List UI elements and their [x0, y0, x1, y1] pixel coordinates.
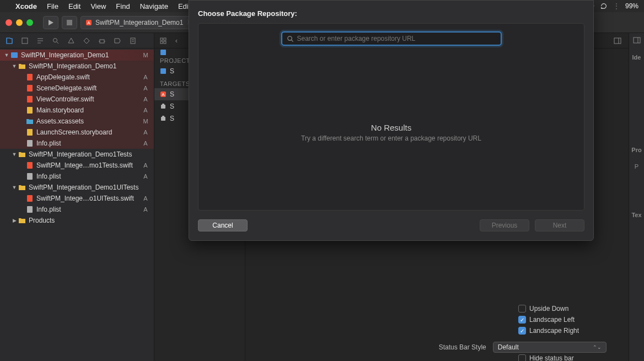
no-results-subtitle: Try a different search term or enter a p…: [206, 134, 576, 142]
svg-point-8: [53, 38, 57, 42]
battery-percent: 99%: [625, 2, 638, 10]
issue-navigator-tab[interactable]: [66, 36, 76, 46]
find-navigator-tab[interactable]: [51, 36, 61, 46]
status-bluetooth-icon: ⋮: [613, 2, 620, 10]
report-navigator-tab[interactable]: [128, 36, 138, 46]
tree-label: SwiftPM_Integeration_Demo1UITests: [29, 184, 142, 191]
menu-file[interactable]: File: [47, 2, 58, 10]
menu-navigate[interactable]: Navigate: [140, 2, 168, 10]
stop-button[interactable]: [62, 16, 77, 29]
disclosure-triangle-icon[interactable]: ▼: [3, 52, 10, 58]
tree-row[interactable]: SwiftPM_Intege…o1UITests.swiftA: [0, 193, 154, 204]
storyboard-icon: [25, 128, 34, 137]
inspector-section-text: Tex: [631, 212, 641, 218]
scm-badge: A: [142, 85, 149, 91]
window-traffic-lights: [6, 19, 33, 26]
plist-icon: [25, 172, 34, 181]
app-name[interactable]: Xcode: [15, 2, 37, 10]
tree-row[interactable]: AppDelegate.swiftA: [0, 72, 154, 83]
tree-row[interactable]: ViewController.swiftA: [0, 94, 154, 105]
status-refresh-icon[interactable]: [600, 2, 608, 10]
svg-marker-11: [84, 38, 89, 44]
related-items-icon[interactable]: [159, 36, 168, 45]
tree-row[interactable]: SwiftPM_Intege…mo1Tests.swiftA: [0, 160, 154, 171]
plist-icon: [25, 205, 34, 214]
back-icon[interactable]: ‹: [172, 36, 181, 45]
window-zoom-button[interactable]: [26, 19, 33, 26]
scm-badge: M: [142, 52, 149, 58]
inspector-layout-icon[interactable]: [633, 36, 641, 44]
project-navigator-tab[interactable]: [4, 36, 14, 46]
debug-navigator-tab[interactable]: [97, 36, 107, 46]
search-field-wrapper[interactable]: [281, 31, 502, 46]
svg-line-9: [57, 42, 58, 44]
svg-rect-41: [162, 104, 164, 105]
checkbox-landscape-right[interactable]: ✓: [518, 327, 526, 335]
tree-row[interactable]: Info.plistA: [0, 204, 154, 215]
disclosure-triangle-icon[interactable]: ▼: [11, 63, 18, 69]
scm-badge: M: [142, 118, 149, 125]
tree-row[interactable]: ▼SwiftPM_Integeration_Demo1Tests: [0, 149, 154, 160]
checkbox-upside-down[interactable]: [518, 305, 526, 312]
menu-view[interactable]: View: [90, 2, 106, 10]
cancel-button[interactable]: Cancel: [198, 219, 248, 231]
tree-row[interactable]: Info.plistA: [0, 138, 154, 149]
folder-icon: [18, 216, 26, 225]
editor-layout-icon[interactable]: [613, 36, 622, 45]
tree-root[interactable]: ▼ SwiftPM_Integeration_Demo1 M: [0, 50, 154, 61]
dialog-title: Choose Package Repository:: [198, 9, 584, 18]
svg-rect-27: [27, 173, 33, 180]
test-navigator-tab[interactable]: [82, 36, 92, 46]
window-minimize-button[interactable]: [16, 19, 23, 26]
menu-find[interactable]: Find: [116, 2, 130, 10]
tree-row[interactable]: Assets.xcassetsM: [0, 116, 154, 127]
tree-row[interactable]: ▼SwiftPM_Integeration_Demo1UITests: [0, 182, 154, 193]
run-button[interactable]: [43, 16, 58, 29]
svg-rect-7: [22, 38, 28, 44]
status-bar-style-select[interactable]: Default ⌃⌄: [493, 342, 607, 353]
tree-row[interactable]: SceneDelegate.swiftA: [0, 83, 154, 94]
tree-label: SwiftPM_Intege…mo1Tests.swift: [36, 161, 142, 169]
svg-text:A: A: [87, 20, 90, 25]
menu-edit[interactable]: Edit: [68, 2, 80, 10]
svg-rect-16: [131, 38, 135, 44]
disclosure-triangle-icon[interactable]: ▶: [11, 218, 18, 223]
window-close-button[interactable]: [6, 19, 12, 26]
checkbox-label: Landscape Left: [529, 316, 575, 324]
tree-row[interactable]: ▶Products: [0, 215, 154, 226]
svg-rect-28: [27, 195, 33, 202]
swift-icon: [25, 95, 34, 104]
no-results-message: No Results Try a different search term o…: [206, 123, 576, 142]
svg-rect-29: [27, 206, 33, 213]
breakpoint-navigator-tab[interactable]: [112, 36, 122, 46]
navigator-tabs: [0, 33, 154, 49]
add-package-dialog: Choose Package Repository: No Results Tr…: [189, 0, 594, 241]
tree-row[interactable]: Info.plistA: [0, 171, 154, 182]
tree-row[interactable]: LaunchScreen.storyboardA: [0, 127, 154, 138]
svg-rect-20: [27, 74, 33, 80]
disclosure-triangle-icon[interactable]: ▼: [11, 185, 18, 190]
source-control-navigator-tab[interactable]: [20, 36, 30, 46]
svg-rect-40: [161, 105, 165, 109]
svg-rect-21: [27, 85, 33, 91]
tree-row[interactable]: ▼SwiftPM_Integeration_Demo1: [0, 61, 154, 72]
scm-badge: A: [142, 195, 149, 202]
checkbox-label: Upside Down: [529, 305, 568, 312]
next-button: Next: [535, 219, 584, 231]
inspector-section-identity: Ide: [632, 54, 641, 61]
project-icon: [10, 51, 19, 60]
symbol-navigator-tab[interactable]: [35, 36, 45, 46]
tree-label: SceneDelegate.swift: [36, 84, 142, 92]
checkbox-landscape-left[interactable]: ✓: [518, 316, 526, 324]
tree-row[interactable]: Main.storyboardA: [0, 105, 154, 116]
tree-label: SwiftPM_Integeration_Demo1Tests: [29, 150, 142, 158]
svg-rect-30: [160, 38, 163, 40]
tree-label: SwiftPM_Intege…o1UITests.swift: [36, 195, 142, 202]
package-search-input[interactable]: [297, 35, 496, 42]
tree-label: SwiftPM_Integeration_Demo1: [21, 51, 142, 59]
storyboard-icon: [25, 106, 34, 115]
checkbox-hide-status-bar[interactable]: [518, 354, 526, 361]
svg-marker-15: [115, 39, 120, 43]
disclosure-triangle-icon[interactable]: ▼: [11, 152, 18, 157]
swift-icon: [25, 194, 34, 203]
